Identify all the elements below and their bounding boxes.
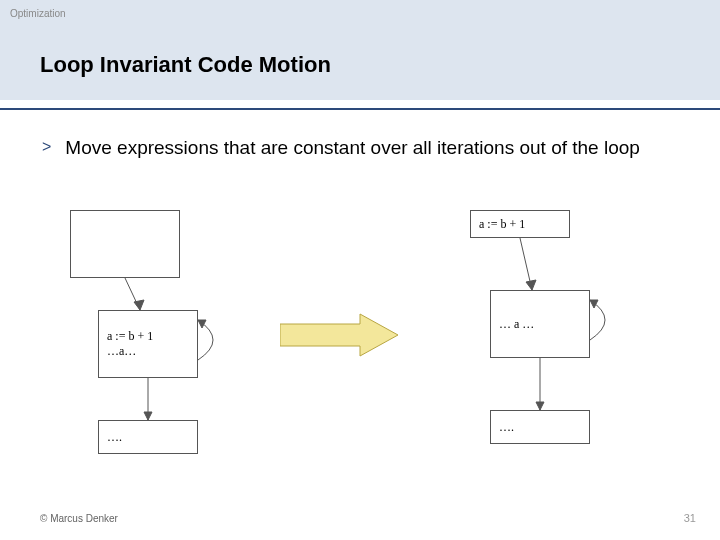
svg-marker-4 bbox=[198, 320, 206, 328]
svg-marker-3 bbox=[144, 412, 152, 420]
svg-marker-10 bbox=[590, 300, 598, 308]
svg-marker-9 bbox=[536, 402, 544, 410]
diagram-area: a := b + 1 …a… …. a := b + 1 … a … …. bbox=[70, 210, 650, 470]
bullet-text: Move expressions that are constant over … bbox=[65, 136, 640, 160]
svg-marker-7 bbox=[526, 280, 536, 290]
header-rule bbox=[0, 108, 720, 110]
bullet-item: > Move expressions that are constant ove… bbox=[42, 136, 660, 160]
transform-arrow-icon bbox=[280, 310, 400, 360]
right-edges bbox=[460, 210, 640, 470]
slide-category: Optimization bbox=[10, 8, 66, 19]
header-band bbox=[0, 0, 720, 100]
bullet-marker: > bbox=[42, 136, 51, 158]
svg-marker-5 bbox=[280, 314, 398, 356]
footer-copyright: © Marcus Denker bbox=[40, 513, 118, 524]
svg-marker-1 bbox=[134, 300, 144, 310]
left-edges bbox=[70, 210, 250, 470]
page-number: 31 bbox=[684, 512, 696, 524]
slide-title: Loop Invariant Code Motion bbox=[40, 52, 331, 78]
